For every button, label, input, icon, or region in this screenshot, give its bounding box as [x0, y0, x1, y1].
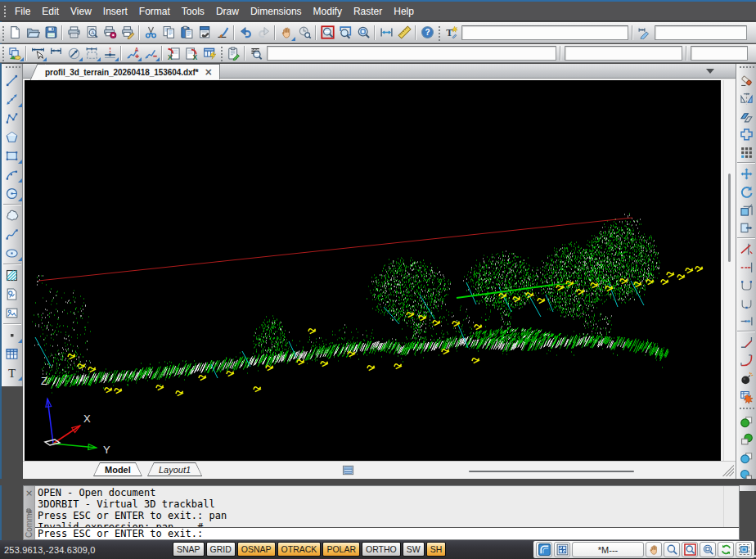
sheets-icon[interactable]: [6, 45, 24, 62]
toolbar-grip-handle[interactable]: [738, 406, 754, 412]
print-icon[interactable]: [65, 24, 83, 42]
table-icon[interactable]: [2, 345, 22, 363]
vertical-scrollbar[interactable]: [723, 80, 736, 461]
window-resize-grip[interactable]: [722, 465, 734, 476]
point-icon[interactable]: [2, 326, 22, 344]
polyline-icon[interactable]: [2, 109, 22, 127]
dim-area-icon[interactable]: [83, 45, 101, 62]
zoom-realtime-icon[interactable]: [295, 24, 313, 42]
command-input[interactable]: Press ESC or ENTER to exit.:: [35, 527, 739, 539]
menu-help[interactable]: Help: [388, 2, 420, 20]
dim-linear-icon[interactable]: [47, 45, 65, 62]
mode-field[interactable]: *M---: [572, 542, 644, 557]
distance-icon[interactable]: [377, 24, 395, 42]
cut-icon[interactable]: [142, 24, 160, 42]
toolbar-grip-handle[interactable]: [0, 45, 6, 61]
front-green-icon[interactable]: [736, 412, 756, 431]
chamfer-icon[interactable]: [736, 333, 756, 351]
toggle-grid[interactable]: GRID: [206, 542, 236, 557]
panel-curve-icon[interactable]: [536, 542, 552, 557]
toolbar-combo-field[interactable]: [267, 46, 556, 61]
offset-icon[interactable]: [736, 107, 756, 125]
ruler-icon[interactable]: [395, 24, 413, 42]
pick-dim-icon[interactable]: [29, 45, 47, 62]
horizontal-scrollbar-thumb[interactable]: [469, 471, 634, 472]
zoom-object-icon[interactable]: [354, 24, 372, 42]
document-tab-close-icon[interactable]: ×: [205, 68, 213, 76]
zoomext-s-icon[interactable]: [700, 542, 716, 557]
toggle-ortho[interactable]: ORTHO: [362, 542, 401, 557]
toolbar-combo-field[interactable]: [565, 46, 682, 61]
line-icon[interactable]: [2, 71, 22, 89]
toggle-sw[interactable]: SW: [403, 542, 425, 557]
fillet-icon[interactable]: [736, 351, 756, 369]
cloud-icon[interactable]: [2, 206, 22, 224]
toolbar-grip-handle[interactable]: [218, 45, 224, 61]
layout-tab-model[interactable]: Model: [93, 462, 142, 476]
leader-remove-icon[interactable]: [142, 45, 160, 62]
new-icon[interactable]: [6, 24, 24, 42]
leader-add-icon[interactable]: A: [124, 45, 142, 62]
extend-icon[interactable]: [736, 258, 756, 276]
menu-insert[interactable]: Insert: [97, 2, 133, 20]
paste-special-icon[interactable]: [196, 24, 214, 42]
toggle-snap[interactable]: SNAP: [173, 542, 205, 557]
find-dim-icon[interactable]: [247, 45, 265, 62]
undo-icon[interactable]: [236, 24, 254, 42]
rotate-icon[interactable]: [736, 183, 756, 201]
stretch-icon[interactable]: [736, 219, 756, 237]
toolbar-combo-field[interactable]: [655, 25, 747, 40]
shape-icon[interactable]: [736, 125, 756, 143]
drawing-canvas[interactable]: ZXY: [25, 80, 721, 461]
rectangle-icon[interactable]: [2, 147, 22, 165]
menu-modify[interactable]: Modify: [308, 2, 348, 20]
hatch-icon[interactable]: [2, 266, 22, 284]
format-painter-icon[interactable]: [214, 24, 232, 42]
toolbar-grip-handle[interactable]: [4, 65, 20, 70]
menu-tools[interactable]: Tools: [176, 2, 210, 20]
join-icon[interactable]: [736, 312, 756, 330]
menu-file[interactable]: File: [9, 2, 36, 20]
panel-grid-icon[interactable]: [554, 542, 570, 557]
toolbar-combo-field[interactable]: [691, 46, 748, 61]
hand-s-icon[interactable]: [646, 542, 662, 557]
copy-icon[interactable]: [160, 24, 178, 42]
layout-list-button[interactable]: [342, 464, 360, 476]
toolbar-grip-handle[interactable]: [0, 25, 6, 41]
clipboard-edit-icon[interactable]: [224, 45, 242, 62]
zoom-s-icon[interactable]: [664, 542, 680, 557]
menu-draw[interactable]: Draw: [210, 2, 245, 20]
text-icon[interactable]: T: [2, 363, 22, 381]
document-tab[interactable]: profil_3d_terrain_20260418_153604.dxf* ×: [37, 64, 220, 79]
open-icon[interactable]: [24, 24, 42, 42]
region-icon[interactable]: [2, 285, 22, 303]
dim-radius-icon[interactable]: [65, 45, 83, 62]
paste-icon[interactable]: [178, 24, 196, 42]
dim-pencil-icon[interactable]: [635, 24, 653, 42]
zoom-window-icon[interactable]: [318, 24, 336, 42]
dim-ordinate-icon[interactable]: [101, 45, 119, 62]
arc-icon[interactable]: [2, 165, 22, 183]
front-blue-icon[interactable]: [736, 449, 756, 467]
back-green-icon[interactable]: [736, 431, 756, 449]
menubar-grip-handle[interactable]: [2, 5, 9, 18]
menu-dimensions[interactable]: Dimensions: [245, 2, 308, 20]
zoom-dynamic-icon[interactable]: [336, 24, 354, 42]
move-icon[interactable]: [736, 165, 756, 183]
table-bolt-icon[interactable]: [200, 45, 218, 62]
save-icon[interactable]: [42, 24, 60, 42]
print-preview-icon[interactable]: A: [83, 24, 101, 42]
spline-icon[interactable]: [2, 225, 22, 243]
erase-icon[interactable]: [736, 71, 756, 89]
image-icon[interactable]: [2, 304, 22, 322]
polygon-icon[interactable]: [2, 128, 22, 146]
toggle-osnap[interactable]: OSNAP: [237, 542, 276, 557]
excel-in-icon[interactable]: X: [164, 45, 182, 62]
trim-icon[interactable]: [736, 240, 756, 258]
print-setup-icon[interactable]: [101, 24, 119, 42]
break2-icon[interactable]: [736, 276, 756, 294]
toolbar-combo-field[interactable]: [461, 25, 628, 40]
toggle-polar[interactable]: POLAR: [322, 542, 360, 557]
excel-out-icon[interactable]: X: [182, 45, 200, 62]
redo-icon[interactable]: [254, 24, 272, 42]
